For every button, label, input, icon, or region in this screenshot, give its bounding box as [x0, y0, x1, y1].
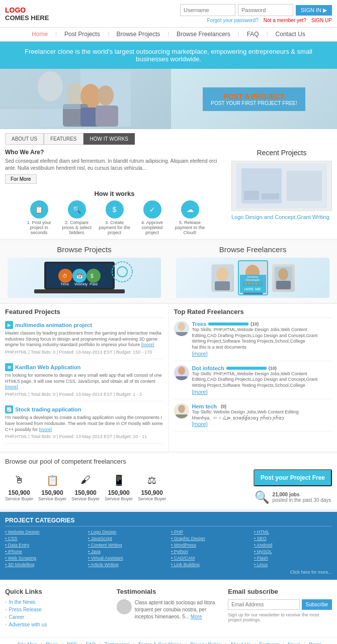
email-subscribe-title: Email subscribe — [228, 588, 332, 595]
svg-rect-25 — [34, 289, 125, 293]
pool-label-5: Service Buyer — [138, 496, 166, 501]
freelancer-name-3[interactable]: Hem tech — [192, 403, 217, 409]
nav-faq[interactable]: FAQ — [247, 31, 259, 38]
recent-project-link[interactable]: Logo Design and Concept,Grant Writing — [231, 214, 332, 220]
quick-link-news[interactable]: In the News — [5, 599, 109, 605]
cat-php[interactable]: PHP — [171, 529, 249, 534]
freelancer-item-3: Hem tech (0) Top Skills: Website Design … — [174, 403, 332, 432]
tab-how-it-works[interactable]: HOW IT WORKS — [83, 133, 135, 145]
svg-text:Weekly: Weekly — [74, 282, 88, 286]
cat-python[interactable]: Python — [171, 549, 249, 554]
svg-rect-13 — [262, 193, 279, 199]
project-more-2[interactable]: [more] — [5, 384, 18, 389]
svg-rect-45 — [176, 414, 188, 418]
for-more-button[interactable]: For More — [5, 174, 37, 184]
freelancer-more-3[interactable]: [more] — [192, 421, 208, 427]
freelancer-more-2[interactable]: [more] — [192, 389, 208, 395]
cat-iphone[interactable]: iPhone — [5, 549, 83, 554]
cat-virtual-assistant[interactable]: Virtual Assistant — [88, 556, 166, 561]
browse-projects-visual[interactable]: ⏱ 📅 $ Time Weekly Paid — [8, 258, 161, 298]
cat-flash[interactable]: Flash — [254, 556, 332, 561]
hero-right-image: POST A PROJECT POST YOUR FIRST PROJECT F… — [171, 69, 337, 129]
svg-rect-42 — [176, 376, 188, 380]
password-input[interactable] — [238, 4, 293, 16]
cat-article-writing[interactable]: Article Writing — [88, 562, 166, 567]
pool-num-1: 150,900 — [5, 489, 33, 496]
cat-javascript[interactable]: JavaScript — [88, 536, 166, 541]
cat-3d[interactable]: 3D Modelling — [5, 562, 83, 567]
freelancer-more-1[interactable]: [more] — [192, 351, 208, 357]
nav-browse-projects[interactable]: Browse Projects — [117, 31, 160, 38]
footer-faq[interactable]: FAQ — [86, 642, 96, 644]
footer-about[interactable]: About Us — [230, 642, 250, 644]
username-input[interactable] — [180, 4, 235, 16]
cat-seo[interactable]: SEO — [254, 536, 332, 541]
cat-mysql[interactable]: MySQL — [254, 549, 332, 554]
forgot-password-link[interactable]: Forgot your password? — [207, 18, 259, 23]
footer-sitemap[interactable]: Site Map — [17, 642, 37, 644]
footer-links: Quick Links In the News Press Release Ca… — [0, 580, 337, 637]
testimonials-title: Testimonials — [117, 588, 221, 595]
sign-in-button[interactable]: SIGN IN ▶ — [296, 5, 332, 16]
project-title-2[interactable]: ⊞ KanBan Web Application — [5, 363, 163, 371]
testimonials-avatar — [117, 599, 132, 614]
nav-home[interactable]: Home — [32, 31, 48, 38]
sign-up-link[interactable]: SIGN UP — [311, 18, 332, 23]
project-title-1[interactable]: ▶ multimedia animation project — [5, 321, 163, 329]
cat-logo-design[interactable]: Logo Design — [88, 529, 166, 534]
quick-link-advertise[interactable]: Advertise with us — [5, 622, 109, 627]
nav-post-projects[interactable]: Post Projects — [64, 31, 100, 38]
cat-cad[interactable]: CAD/CAM — [171, 556, 249, 561]
footer-blogs[interactable]: Blogs — [46, 642, 58, 644]
freelancer-name-2[interactable]: Dot infotech — [192, 365, 224, 371]
post-project-banner[interactable]: POST A PROJECT POST YOUR FIRST PROJECT F… — [203, 87, 305, 111]
project-more-3[interactable]: [more] — [39, 427, 52, 432]
tab-features[interactable]: FEATURES — [44, 133, 83, 145]
freelancer-name-1[interactable]: Trees — [192, 321, 207, 327]
footer-privacy[interactable]: Privacy Policy — [190, 642, 221, 644]
email-input[interactable] — [228, 599, 299, 610]
pool-item-5: ⚖ 150,900 Service Buyer — [138, 473, 166, 501]
footer-terms[interactable]: Terms & Conditions — [138, 642, 182, 644]
quick-link-career[interactable]: Career — [5, 614, 109, 620]
who-we-are-title: Who We Are? — [5, 149, 224, 156]
cat-web-scraping[interactable]: Web Scraping — [5, 556, 83, 561]
quick-link-press[interactable]: Press Release — [5, 607, 109, 612]
subscribe-button[interactable]: Subscribe — [302, 599, 332, 610]
cat-graphic-design[interactable]: Graphic Design — [171, 536, 249, 541]
cat-content-writing[interactable]: Content Writing — [88, 543, 166, 548]
cat-data-entry[interactable]: Data Entry — [5, 543, 83, 548]
project-meta-3: PHP,HTML | Total Bids: 0 | Posted: 13-Ma… — [5, 434, 163, 439]
cat-css[interactable]: CSS — [5, 536, 83, 541]
cat-android[interactable]: Android — [254, 543, 332, 548]
svg-rect-6 — [96, 105, 118, 127]
footer-rss[interactable]: RSS — [67, 642, 77, 644]
footer-news[interactable]: News — [288, 642, 300, 644]
testimonials-more[interactable]: More — [191, 614, 202, 619]
project-desc-3: I'm needing a developer to create a trad… — [5, 415, 163, 433]
nav-browse-freelancers[interactable]: Browse Freelancers — [177, 31, 230, 38]
svg-rect-30 — [215, 281, 230, 290]
pool-num-5: 150,900 — [138, 489, 166, 496]
project-title-3[interactable]: 📈 Stock trading application — [5, 405, 163, 413]
project-more-1[interactable]: [more] — [141, 342, 154, 347]
cat-html[interactable]: HTML — [254, 529, 332, 534]
step-4: ✓ 4. Approve completed project — [135, 200, 170, 235]
top-header: LOGO COMES HERE SIGN IN ▶ Forgot your pa… — [0, 0, 337, 28]
nav-contact[interactable]: Contact Us — [276, 31, 305, 38]
footer-features[interactable]: Features — [260, 642, 279, 644]
cat-link-building[interactable]: Link Building — [171, 562, 249, 567]
cat-linux[interactable]: Linux — [254, 562, 332, 567]
step-1: 📋 1. Post your project in seconds — [22, 200, 57, 235]
cat-java[interactable]: Java — [88, 549, 166, 554]
hire-me-button[interactable]: HIRE ME — [242, 286, 264, 292]
cat-website-design[interactable]: Website Design — [5, 529, 83, 534]
svg-rect-39 — [176, 332, 188, 336]
cat-wordpress[interactable]: WordPress — [171, 543, 249, 548]
pool-item-1: 🖱 150,900 Service Buyer — [5, 473, 33, 501]
cat-more-link[interactable]: Click here for more... — [5, 570, 332, 575]
svg-text:$: $ — [91, 273, 94, 279]
post-project-free-button[interactable]: Post your Project Free — [254, 469, 332, 486]
tab-about-us[interactable]: ABOUT US — [5, 133, 44, 145]
footer-testimonial[interactable]: Testimonial — [104, 642, 129, 644]
